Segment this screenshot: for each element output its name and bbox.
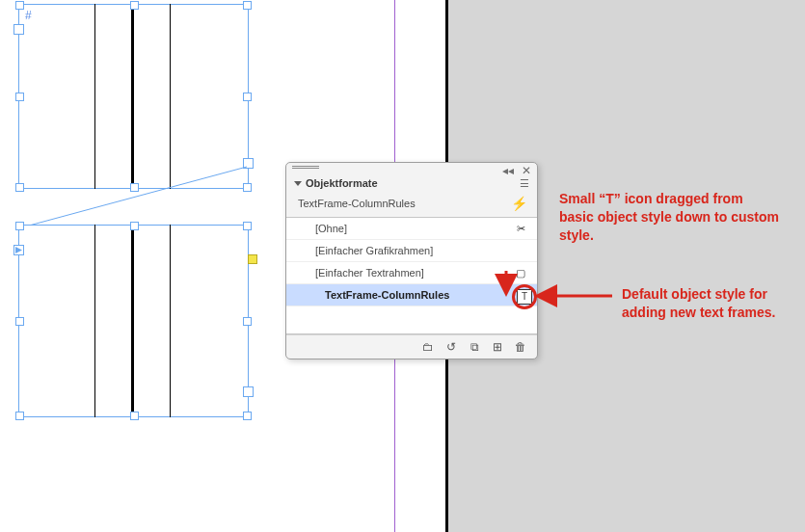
style-label: [Einfacher Grafikrahmen] bbox=[286, 245, 512, 256]
applied-style-name: TextFrame-ColumnRules bbox=[298, 198, 416, 209]
column-rule bbox=[170, 4, 171, 189]
overset-hash: # bbox=[25, 9, 32, 22]
quick-apply-lightning-icon[interactable]: ⚡ bbox=[511, 196, 527, 211]
close-icon[interactable]: ✕ bbox=[522, 164, 531, 177]
group-icon[interactable]: ⧉ bbox=[468, 340, 481, 354]
column-rule bbox=[131, 225, 134, 417]
clear-overrides-icon[interactable]: ↺ bbox=[444, 340, 458, 354]
in-port[interactable] bbox=[13, 245, 24, 255]
canvas: # ◂◂ ✕ bbox=[0, 0, 805, 532]
style-label: [Ohne] bbox=[286, 223, 512, 234]
panel-grip-icon[interactable] bbox=[292, 166, 319, 170]
panel-footer: 🗀 ↺ ⧉ ⊞ 🗑 bbox=[286, 334, 537, 359]
text-frame-top[interactable]: # bbox=[18, 4, 249, 189]
style-label: TextFrame-ColumnRules bbox=[286, 289, 512, 301]
style-row-basic-text[interactable]: [Einfacher Textrahmen] ▢ bbox=[286, 262, 537, 284]
column-rule bbox=[94, 225, 95, 417]
column-rule bbox=[94, 4, 95, 189]
annotation-top: Small “T” icon dragged from basic object… bbox=[559, 190, 781, 245]
trash-icon[interactable]: 🗑 bbox=[514, 340, 527, 354]
object-styles-panel[interactable]: ◂◂ ✕ Objektformate ☰ TextFrame-ColumnRul… bbox=[285, 162, 538, 359]
frame-glyph-icon: ▢ bbox=[512, 267, 529, 279]
live-corner-widget[interactable] bbox=[248, 254, 257, 264]
panel-title-bar[interactable]: ◂◂ ✕ bbox=[286, 163, 537, 173]
out-port[interactable] bbox=[243, 386, 254, 397]
style-row-basic-graphic[interactable]: [Einfacher Grafikrahmen] bbox=[286, 240, 537, 262]
disclosure-triangle-icon[interactable] bbox=[294, 181, 302, 186]
panel-menu-icon[interactable]: ☰ bbox=[520, 177, 537, 190]
new-style-icon[interactable]: ⊞ bbox=[491, 340, 504, 354]
text-frame-bottom[interactable] bbox=[18, 225, 249, 417]
style-row-columnrules[interactable]: TextFrame-ColumnRules bbox=[286, 284, 537, 306]
folder-icon[interactable]: 🗀 bbox=[421, 340, 435, 354]
panel-tab[interactable]: Objektformate ☰ bbox=[286, 173, 537, 194]
styles-list: [Ohne] ✂ [Einfacher Grafikrahmen] [Einfa… bbox=[286, 217, 537, 334]
annotation-circle bbox=[512, 284, 537, 309]
annotation-right: Default object style for adding new text… bbox=[622, 285, 791, 322]
out-port[interactable] bbox=[243, 158, 254, 169]
in-port[interactable] bbox=[13, 24, 24, 35]
column-rule bbox=[170, 225, 171, 417]
style-row-none[interactable]: [Ohne] ✂ bbox=[286, 218, 537, 240]
style-label: [Einfacher Textrahmen] bbox=[286, 267, 512, 279]
column-rule bbox=[131, 4, 134, 189]
panel-title: Objektformate bbox=[306, 177, 378, 189]
collapse-icon[interactable]: ◂◂ bbox=[502, 164, 514, 177]
none-marker-icon: ✂ bbox=[512, 223, 529, 235]
